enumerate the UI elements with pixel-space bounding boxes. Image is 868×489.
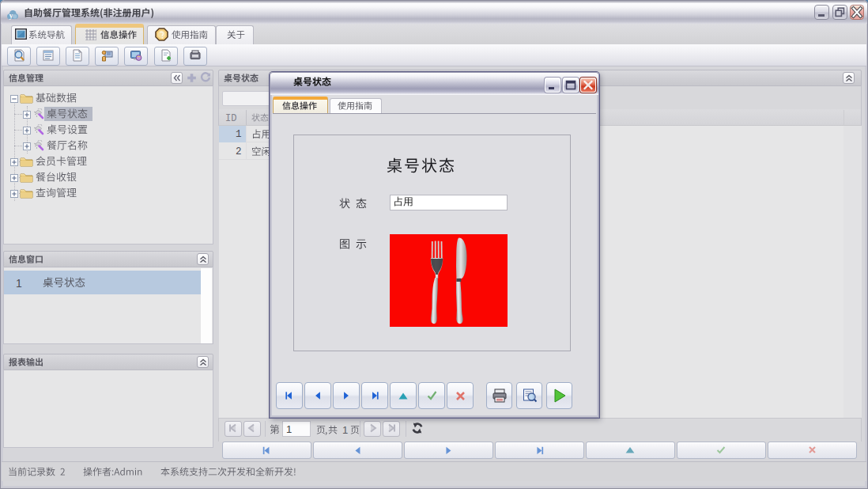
svg-text:y: y xyxy=(9,11,13,20)
